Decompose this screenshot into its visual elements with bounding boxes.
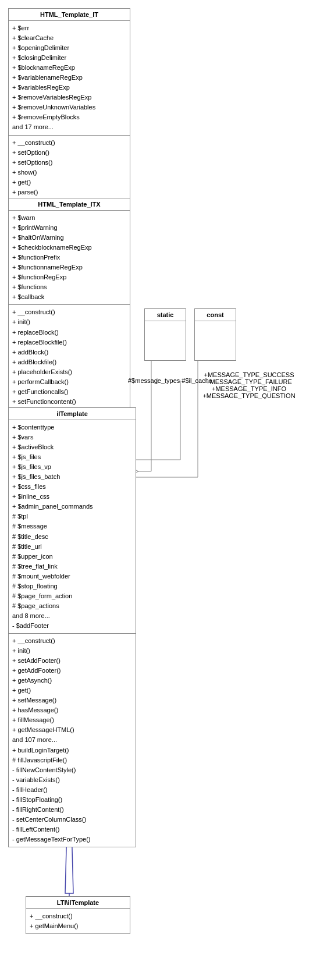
html-template-itx-title: HTML_Template_ITX [9, 198, 130, 211]
lth-iltemplate-box: LTI\ilTemplate + __construct() + getMain… [26, 896, 130, 934]
static-box: static [144, 308, 186, 361]
static-content [145, 321, 186, 356]
iltemplate-title: ilTemplate [9, 408, 136, 420]
const-box: const [194, 308, 236, 361]
html-template-itx-box: HTML_Template_ITX + $warn + $printWarnin… [8, 198, 130, 420]
lth-iltemplate-section1: + __construct() + getMainMenu() [26, 909, 130, 933]
iltemplate-box: ilTemplate + $contenttype + $vars + $act… [8, 407, 136, 847]
html-template-it-title: HTML_Template_IT [9, 9, 130, 21]
html-template-it-section1: + $err + $clearCache + $openingDelimiter… [9, 21, 130, 136]
constants-label: +MESSAGE_TYPE_SUCCESS +MESSAGE_TYPE_FAIL… [185, 371, 313, 399]
iltemplate-section2: + __construct() + init() + setAddFooter(… [9, 634, 136, 847]
html-template-itx-section1: + $warn + $printWarning + $haltOnWarning… [9, 211, 130, 305]
static-title: static [145, 309, 186, 321]
const-title: const [195, 309, 236, 321]
html-template-itx-section2: + __construct() + init() + replaceBlock(… [9, 305, 130, 419]
iltemplate-section1: + $contenttype + $vars + $activeBlock + … [9, 420, 136, 634]
lth-iltemplate-title: LTI\ilTemplate [26, 897, 130, 909]
const-content [195, 321, 236, 356]
diagram-container: HTML_Template_IT + $err + $clearCache + … [0, 0, 313, 980]
